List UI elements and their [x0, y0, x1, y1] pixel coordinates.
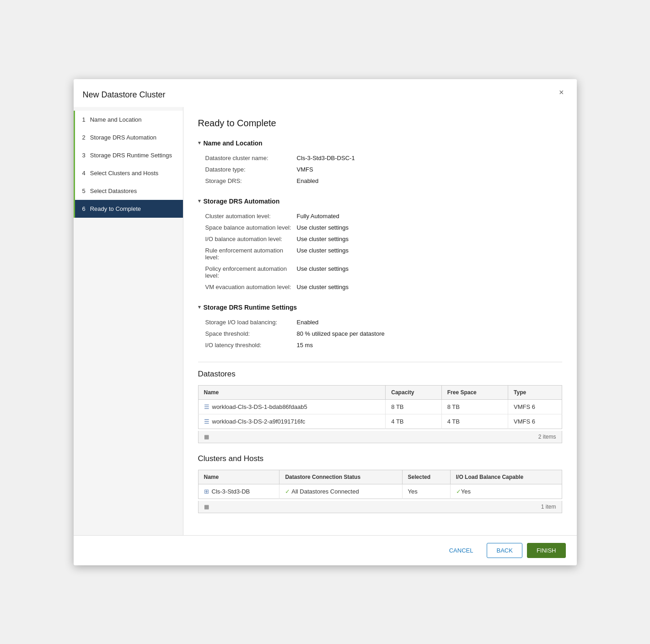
status-ok-icon: ✓	[285, 488, 290, 495]
cluster-icon: ⊞	[204, 488, 209, 495]
step-label: Select Clusters and Hosts	[90, 170, 159, 177]
table-row: ☰workload-Cls-3-DS-1-bdab86fdaab5 8 TB 8…	[198, 399, 562, 414]
sidebar-item-select-datastores[interactable]: 5Select Datastores	[74, 182, 183, 200]
columns-icon-2: ▦	[204, 504, 209, 510]
field-row: Datastore type:VMFS	[205, 164, 569, 175]
field-value: Use cluster settings	[297, 247, 349, 261]
ds-name-cell: ☰workload-Cls-3-DS-2-a9f0191716fc	[198, 414, 386, 429]
finish-button[interactable]: FINISH	[527, 543, 566, 558]
table-header: Datastore Connection Status	[279, 470, 402, 484]
io-ok-icon: ✓	[456, 488, 461, 495]
sidebar-item-storage-drs-runtime[interactable]: 3Storage DRS Runtime Settings	[74, 146, 183, 164]
step-num: 6	[82, 205, 86, 212]
ds-capacity-cell: 4 TB	[386, 414, 441, 429]
ds-type-cell: VMFS 6	[508, 414, 562, 429]
step-num: 2	[82, 134, 86, 141]
dialog-title: New Datastore Cluster	[83, 86, 166, 107]
sidebar-item-ready-to-complete[interactable]: 6Ready to Complete	[74, 200, 183, 218]
field-value: Enabled	[297, 319, 319, 326]
step-num: 1	[82, 116, 86, 123]
main-content: Ready to Complete ▾ Name and Location Da…	[183, 107, 577, 535]
step-num: 3	[82, 152, 86, 159]
field-row: Space balance automation level:Use clust…	[205, 222, 569, 233]
field-value: Use cluster settings	[297, 265, 349, 279]
cluster-status-cell: ✓ All Datastores Connected	[279, 484, 402, 499]
field-label: Policy enforcement automation level:	[205, 265, 297, 279]
section-name-location: ▾ Name and Location Datastore cluster na…	[198, 140, 562, 187]
ds-type-cell: VMFS 6	[508, 399, 562, 414]
section-label-storage-drs-automation: Storage DRS Automation	[204, 198, 280, 205]
field-value: Use cluster settings	[297, 224, 349, 231]
table-header: Capacity	[386, 385, 441, 399]
section-label-storage-drs-runtime: Storage DRS Runtime Settings	[204, 304, 297, 311]
field-row: Policy enforcement automation level:Use …	[205, 263, 569, 281]
table-header: Selected	[402, 470, 450, 484]
table-row: ⊞Cls-3-Std3-DB ✓ All Datastores Connecte…	[198, 484, 562, 499]
sidebar-item-select-clusters-hosts[interactable]: 4Select Clusters and Hosts	[74, 164, 183, 182]
columns-icon: ▦	[204, 434, 209, 440]
datastores-items-count: 2 items	[538, 434, 556, 440]
field-label: I/O latency threshold:	[205, 342, 297, 349]
field-value: VMFS	[297, 166, 313, 173]
datastores-table: NameCapacityFree SpaceType ☰workload-Cls…	[198, 385, 562, 429]
close-button[interactable]: ×	[555, 86, 568, 98]
field-label: Datastore cluster name:	[205, 155, 297, 161]
clusters-items-count: 1 item	[541, 504, 556, 510]
field-label: Storage DRS:	[205, 177, 297, 184]
field-value: 15 ms	[297, 342, 313, 349]
step-label: Name and Location	[90, 116, 142, 123]
chevron-icon: ▾	[198, 140, 201, 146]
cluster-name-cell: ⊞Cls-3-Std3-DB	[198, 484, 279, 499]
field-row: Space threshold:80 % utilized space per …	[205, 328, 569, 339]
datastores-section-title: Datastores	[198, 370, 562, 379]
field-row: Storage I/O load balancing:Enabled	[205, 317, 569, 328]
field-row: Storage DRS:Enabled	[205, 175, 569, 187]
dialog-footer: CANCEL BACK FINISH	[74, 535, 577, 565]
field-label: Cluster automation level:	[205, 213, 297, 220]
dialog-body: 1Name and Location2Storage DRS Automatio…	[74, 107, 577, 535]
section-label-name-location: Name and Location	[204, 140, 263, 147]
table-header: Type	[508, 385, 562, 399]
field-row: Rule enforcement automation level:Use cl…	[205, 245, 569, 263]
chevron-icon-2: ▾	[198, 198, 201, 204]
field-value: Cls-3-Std3-DB-DSC-1	[297, 155, 355, 161]
field-row: I/O balance automation level:Use cluster…	[205, 233, 569, 245]
section-storage-drs-runtime: ▾ Storage DRS Runtime Settings Storage I…	[198, 304, 562, 351]
section-header-storage-drs-runtime[interactable]: ▾ Storage DRS Runtime Settings	[198, 304, 562, 311]
datastores-table-footer: ▦ 2 items	[198, 431, 562, 443]
step-label: Storage DRS Runtime Settings	[90, 152, 172, 159]
field-label: Storage I/O load balancing:	[205, 319, 297, 326]
table-row: ☰workload-Cls-3-DS-2-a9f0191716fc 4 TB 4…	[198, 414, 562, 429]
table-header: I/O Load Balance Capable	[450, 470, 562, 484]
sidebar-item-name-location[interactable]: 1Name and Location	[74, 111, 183, 129]
page-title: Ready to Complete	[198, 118, 562, 129]
field-row: Datastore cluster name:Cls-3-Std3-DB-DSC…	[205, 152, 569, 164]
step-num: 4	[82, 170, 86, 177]
section-header-name-location[interactable]: ▾ Name and Location	[198, 140, 562, 147]
datastore-icon: ☰	[204, 403, 210, 410]
new-datastore-cluster-dialog: New Datastore Cluster × 1Name and Locati…	[74, 79, 577, 565]
cluster-io-cell: ✓Yes	[450, 484, 562, 499]
sidebar: 1Name and Location2Storage DRS Automatio…	[74, 107, 183, 535]
field-label: Space balance automation level:	[205, 224, 297, 231]
table-header: Free Space	[441, 385, 508, 399]
clusters-table: NameDatastore Connection StatusSelectedI…	[198, 470, 562, 499]
back-button[interactable]: BACK	[487, 543, 522, 558]
field-row: VM evacuation automation level:Use clust…	[205, 281, 569, 293]
field-value: 80 % utilized space per datastore	[297, 330, 385, 337]
section-header-storage-drs-automation[interactable]: ▾ Storage DRS Automation	[198, 198, 562, 205]
table-header: Name	[198, 385, 386, 399]
cancel-button[interactable]: CANCEL	[440, 543, 483, 558]
field-value: Fully Automated	[297, 213, 339, 220]
step-label: Select Datastores	[90, 188, 137, 194]
field-label: Datastore type:	[205, 166, 297, 173]
fields-storage-drs-automation: Cluster automation level:Fully Automated…	[205, 210, 569, 293]
sidebar-item-storage-drs-automation[interactable]: 2Storage DRS Automation	[74, 129, 183, 146]
section-clusters-hosts: Clusters and Hosts NameDatastore Connect…	[198, 454, 562, 513]
fields-name-location: Datastore cluster name:Cls-3-Std3-DB-DSC…	[205, 152, 569, 187]
ds-name-cell: ☰workload-Cls-3-DS-1-bdab86fdaab5	[198, 399, 386, 414]
ds-freespace-cell: 8 TB	[441, 399, 508, 414]
step-label: Ready to Complete	[90, 205, 141, 212]
field-label: I/O balance automation level:	[205, 236, 297, 242]
clusters-table-footer: ▦ 1 item	[198, 501, 562, 513]
